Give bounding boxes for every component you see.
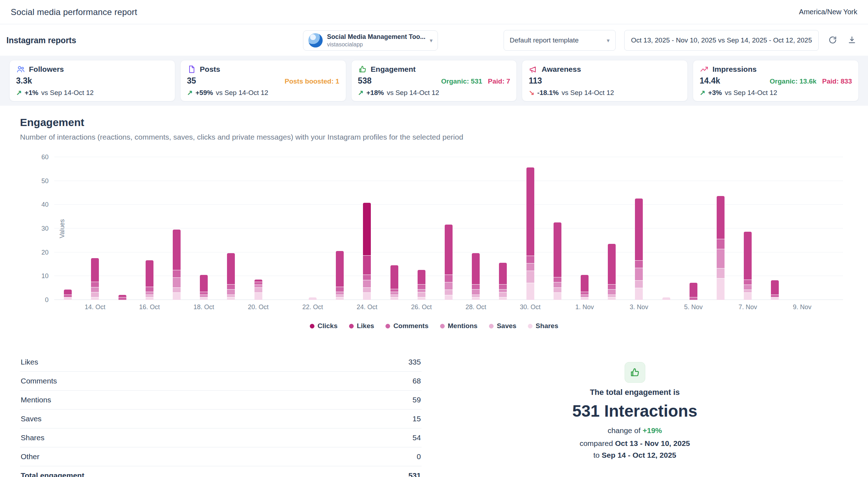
bar-stack[interactable] <box>554 222 561 300</box>
table-row: Comments68 <box>20 372 422 391</box>
page-title: Social media performance report <box>11 7 137 17</box>
kpi-card-engagement: Engagement538Organic: 531Paid: 7↗+18%vs … <box>351 60 517 101</box>
bar-segment-likes <box>173 230 181 270</box>
bar-stack[interactable] <box>200 275 208 300</box>
bar-segment-shares <box>173 293 181 300</box>
toolbar-controls: Social Media Management Too... vistasoci… <box>303 30 857 51</box>
bar-slot <box>217 157 244 300</box>
x-tick-label <box>108 303 136 311</box>
kpi-label: Posts <box>200 65 220 74</box>
bar-segment-comments <box>118 297 126 300</box>
bar-stack[interactable] <box>336 251 344 300</box>
bar-stack[interactable] <box>662 297 670 300</box>
bar-stack[interactable] <box>118 295 126 300</box>
row-label: Saves <box>21 415 41 423</box>
bar-stack[interactable] <box>608 244 616 300</box>
bar-segment-likes <box>771 280 779 295</box>
x-tick-label: 20. Oct <box>244 303 272 311</box>
trend-up-icon: ↗ <box>187 89 193 97</box>
bar-stack[interactable] <box>173 230 181 300</box>
profile-selector[interactable]: Social Media Management Too... vistasoci… <box>303 30 438 51</box>
summary-to-prefix: to <box>593 451 601 459</box>
bar-segment-mentions <box>390 292 398 295</box>
bar-segment-comments <box>635 261 643 268</box>
x-tick-label <box>272 303 299 311</box>
legend-label: Mentions <box>448 322 478 330</box>
bar-stack[interactable] <box>64 290 72 300</box>
bar-stack[interactable] <box>254 280 262 300</box>
legend-label: Clicks <box>318 322 338 330</box>
bar-stack[interactable] <box>744 232 752 300</box>
bar-segment-likes <box>581 275 589 292</box>
bar-slot <box>54 157 81 300</box>
breakdown-table: Likes335Comments68Mentions59Saves15Share… <box>20 353 422 477</box>
x-tick-label <box>761 303 788 311</box>
impressions-icon <box>700 65 709 74</box>
bar-segment-saves <box>418 292 425 297</box>
bar-stack[interactable] <box>309 297 317 300</box>
x-tick-label: 7. Nov <box>734 303 761 311</box>
bar-stack[interactable] <box>771 280 779 300</box>
bar-stack[interactable] <box>418 270 425 300</box>
bar-stack[interactable] <box>146 260 153 300</box>
legend-item-shares[interactable]: Shares <box>528 322 558 330</box>
bar-stack[interactable] <box>227 253 235 300</box>
bar-segment-comments <box>526 256 534 263</box>
download-button[interactable] <box>847 35 857 46</box>
date-range-picker[interactable]: Oct 13, 2025 - Nov 10, 2025 vs Sep 14, 2… <box>624 30 819 51</box>
legend-item-saves[interactable]: Saves <box>489 322 516 330</box>
bar-stack[interactable] <box>581 275 589 300</box>
legend-item-mentions[interactable]: Mentions <box>440 322 478 330</box>
x-tick-label <box>544 303 571 311</box>
kpi-value: 3.3k <box>16 76 32 86</box>
bar-segment-shares <box>771 297 779 300</box>
y-tick-label: 0 <box>45 296 49 304</box>
kpi-delta-row: ↗+1%vs Sep 14-Oct 12 <box>16 89 168 97</box>
table-row: Likes335 <box>20 353 422 372</box>
kpi-delta-value: +59% <box>196 89 213 97</box>
bar-segment-shares <box>554 293 561 300</box>
section-title: Engagement <box>20 116 848 129</box>
bar-stack[interactable] <box>472 253 480 300</box>
bar-slot <box>788 157 816 300</box>
bar-stack[interactable] <box>526 167 534 300</box>
bar-segment-comments <box>173 270 181 277</box>
toolbar: Instagram reports Social Media Managemen… <box>0 24 868 56</box>
kpi-card-impressions: Impressions14.4kOrganic: 13.6kPaid: 833↗… <box>693 60 859 101</box>
bar-stack[interactable] <box>499 263 507 300</box>
kpi-badges: Posts boosted: 1 <box>285 77 339 85</box>
bar-slot <box>81 157 108 300</box>
bar-stack[interactable] <box>390 265 398 300</box>
bar-stack[interactable] <box>445 225 453 300</box>
x-tick-label: 14. Oct <box>81 303 108 311</box>
organic-badge: Organic: 531 <box>441 77 482 85</box>
template-select[interactable]: Default report template ▾ <box>504 30 616 51</box>
refresh-button[interactable] <box>827 35 838 46</box>
bar-segment-saves <box>717 268 725 278</box>
bar-stack[interactable] <box>690 283 697 300</box>
bar-segment-shares <box>91 297 99 300</box>
y-tick-label: 40 <box>41 201 49 209</box>
legend-item-likes[interactable]: Likes <box>349 322 374 330</box>
bar-segment-clicks <box>363 203 371 255</box>
bar-segment-comments <box>717 239 725 249</box>
kpi-label: Engagement <box>371 65 416 74</box>
bar-slot <box>299 157 326 300</box>
header-bar: Social media performance report America/… <box>0 0 868 24</box>
boost-badge: Posts boosted: 1 <box>285 77 339 85</box>
bar-stack[interactable] <box>91 258 99 300</box>
refresh-icon <box>828 35 837 45</box>
bar-segment-shares <box>336 297 344 300</box>
download-icon <box>847 35 857 45</box>
paid-badge: Paid: 833 <box>822 77 852 85</box>
summary-change-prefix: change of <box>607 426 642 435</box>
bar-segment-likes <box>744 232 752 279</box>
bar-segment-likes <box>418 270 425 284</box>
bar-stack[interactable] <box>363 203 371 300</box>
kpi-compare-label: vs Sep 14-Oct 12 <box>562 89 614 97</box>
bar-stack[interactable] <box>635 199 643 300</box>
bar-segment-mentions <box>146 292 153 295</box>
legend-item-comments[interactable]: Comments <box>385 322 428 330</box>
legend-item-clicks[interactable]: Clicks <box>310 322 338 330</box>
bar-stack[interactable] <box>717 196 725 300</box>
